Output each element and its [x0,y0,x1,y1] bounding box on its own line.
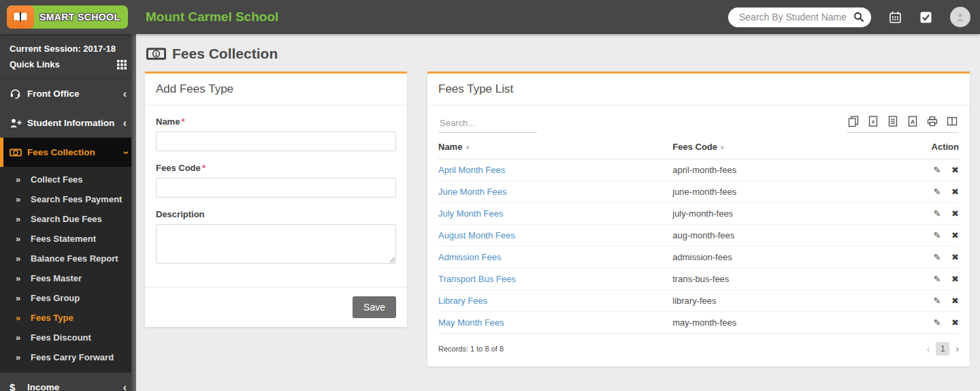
edit-icon[interactable]: ✎ [934,274,941,284]
edit-icon[interactable]: ✎ [934,317,941,328]
delete-icon[interactable]: ✖ [951,230,959,240]
school-name: Mount Carmel School [146,10,278,25]
headset-icon [10,88,27,99]
description-field[interactable] [156,224,396,264]
quick-links[interactable]: Quick Links [10,57,127,72]
double-arrow-icon: » [16,174,31,185]
delete-icon[interactable]: ✖ [951,274,959,284]
student-search-input[interactable] [739,12,853,22]
next-page-icon[interactable]: › [956,343,959,354]
table-search-input[interactable] [438,115,537,133]
column-visibility-button[interactable] [947,116,958,127]
double-arrow-icon: » [16,332,31,343]
export-copy-button[interactable] [848,116,859,127]
chevron-left-icon: ‹ [123,89,127,99]
fees-type-link[interactable]: August Month Fees [438,230,515,240]
name-field[interactable] [156,131,396,151]
pagination: ‹ 1 › [927,342,959,356]
avatar[interactable] [950,7,970,27]
fees-code-field[interactable] [156,178,396,198]
table-row: May Month Fees may-month-fees ✎ ✖ [438,312,959,334]
sidebar-item-label: Student Information [27,118,123,128]
user-plus-icon [10,118,27,129]
sidebar-subitem-collect-fees[interactable]: » Collect Fees [0,170,136,189]
add-fees-type-card: Add Fees Type Name* Fees Code* Descripti… [145,72,407,327]
fees-code-cell: aug-month-fees [672,230,896,240]
app-logo[interactable]: SMART SCHOOL [0,5,136,29]
fees-type-link[interactable]: April Month Fees [438,165,505,175]
delete-icon[interactable]: ✖ [951,208,959,219]
fees-type-link[interactable]: Library Fees [438,296,487,306]
delete-icon[interactable]: ✖ [951,252,959,262]
logo-text: SMART SCHOOL [39,12,120,22]
printer-icon [927,116,938,127]
double-arrow-icon: » [16,253,31,264]
print-button[interactable] [927,116,938,127]
sidebar-item-label: Front Office [27,89,123,99]
sidebar-subitem-fees-master[interactable]: » Fees Master [0,268,136,288]
page-title: 1 Fees Collection [146,46,970,62]
svg-text:1: 1 [154,51,158,57]
sidebar-subitem-balance-fees-report[interactable]: » Balance Fees Report [0,249,136,268]
sidebar-item-fees-collection[interactable]: Fees Collection ‹ [0,138,136,167]
columns-icon [947,116,958,127]
column-header-name[interactable]: Name▾ [438,142,672,152]
chevron-down-icon: ‹ [119,151,130,154]
column-header-fees-code[interactable]: Fees Code▾ [672,142,896,152]
sidebar-subitem-search-fees-payment[interactable]: » Search Fees Payment [0,189,136,209]
sidebar-subitem-fees-type[interactable]: » Fees Type [0,308,136,328]
double-arrow-icon: » [16,293,31,303]
required-asterisk: * [202,163,206,173]
fees-type-link[interactable]: Transport Bus Fees [438,274,516,284]
description-label: Description [156,209,396,219]
excel-icon: x [868,116,879,127]
fees-collection-submenu: » Collect Fees » Search Fees Payment » S… [0,167,136,373]
search-icon[interactable] [853,12,864,22]
edit-icon[interactable]: ✎ [934,252,941,262]
delete-icon[interactable]: ✖ [951,165,959,175]
prev-page-icon[interactable]: ‹ [927,343,930,354]
sidebar-scrollbar[interactable] [131,34,136,391]
edit-icon[interactable]: ✎ [934,208,941,219]
page-number[interactable]: 1 [936,342,949,356]
fees-type-link[interactable]: May Month Fees [438,317,504,328]
export-excel-button[interactable]: x [868,116,879,127]
sidebar-item-front-office[interactable]: Front Office ‹ [0,79,136,108]
sidebar-subitem-fees-group[interactable]: » Fees Group [0,288,136,308]
sidebar-subitem-fees-statement[interactable]: » Fees Statement [0,229,136,249]
sidebar-item-label: Fees Collection [27,147,123,157]
double-arrow-icon: » [16,234,31,244]
fees-type-link[interactable]: June Month Fees [438,187,506,197]
fees-code-cell: library-fees [672,296,896,306]
edit-icon[interactable]: ✎ [934,165,941,175]
fees-code-cell: april-month-fees [672,165,896,175]
double-arrow-icon: » [16,194,31,204]
fees-code-label: Fees Code [156,163,201,173]
svg-text:A: A [911,119,915,125]
sidebar-subitem-search-due-fees[interactable]: » Search Due Fees [0,209,136,229]
main-content: 1 Fees Collection Add Fees Type Name* Fe… [136,34,980,391]
sidebar-subitem-fees-discount[interactable]: » Fees Discount [0,328,136,347]
double-arrow-icon: » [16,352,31,362]
required-asterisk: * [181,116,184,127]
delete-icon[interactable]: ✖ [951,296,959,306]
delete-icon[interactable]: ✖ [951,317,959,328]
tasks-button[interactable] [919,11,932,24]
delete-icon[interactable]: ✖ [951,187,959,197]
calendar-button[interactable] [889,11,902,24]
edit-icon[interactable]: ✎ [934,230,941,240]
sidebar-item-student-information[interactable]: Student Information ‹ [0,108,136,138]
fees-type-table: Name▾ Fees Code▾ Action April Month Fees… [427,133,970,334]
edit-icon[interactable]: ✎ [934,187,941,197]
sidebar-item-income[interactable]: $ Income ‹ [0,373,136,391]
export-csv-button[interactable] [887,116,898,127]
save-button[interactable]: Save [353,296,396,318]
fees-type-link[interactable]: July Month Fees [438,208,503,219]
export-pdf-button[interactable]: A [907,116,918,127]
sidebar-item-label: Income [27,382,123,391]
fees-type-link[interactable]: Admission Fees [438,252,501,262]
student-search-box [728,7,871,27]
name-label: Name [156,116,180,127]
edit-icon[interactable]: ✎ [934,296,941,306]
sidebar-subitem-fees-carry-forward[interactable]: » Fees Carry Forward [0,347,136,367]
